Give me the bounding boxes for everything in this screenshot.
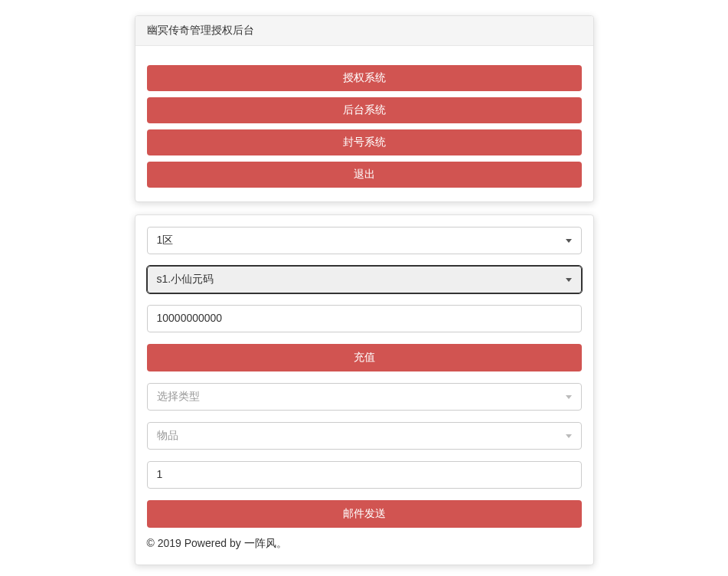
nav-backend-system-button[interactable]: 后台系统 — [147, 97, 582, 123]
footer-text: © 2019 Powered by 一阵风。 — [147, 534, 582, 551]
item-select-placeholder: 物品 — [157, 429, 178, 443]
zone-select-value: 1区 — [157, 234, 174, 247]
caret-down-icon — [566, 278, 572, 282]
nav-ban-system-button[interactable]: 封号系统 — [147, 129, 582, 155]
amount-input[interactable]: 10000000000 — [147, 305, 582, 332]
server-select[interactable]: s1.小仙元码 — [147, 266, 582, 293]
quantity-input[interactable]: 1 — [147, 461, 582, 489]
recharge-button[interactable]: 充值 — [147, 344, 582, 371]
caret-down-icon — [566, 239, 572, 243]
page-title: 幽冥传奇管理授权后台 — [135, 16, 593, 46]
zone-select[interactable]: 1区 — [147, 227, 582, 254]
caret-down-icon — [566, 434, 572, 438]
item-select[interactable]: 物品 — [147, 422, 582, 450]
nav-auth-system-button[interactable]: 授权系统 — [147, 65, 582, 91]
send-mail-button[interactable]: 邮件发送 — [147, 500, 582, 528]
type-select[interactable]: 选择类型 — [147, 383, 582, 411]
server-select-value: s1.小仙元码 — [157, 273, 214, 286]
form-panel: 1区 s1.小仙元码 10000000000 充值 选择类型 物品 1 邮件发送… — [135, 214, 594, 565]
type-select-placeholder: 选择类型 — [157, 390, 200, 404]
nav-panel: 幽冥传奇管理授权后台 授权系统 后台系统 封号系统 退出 — [135, 15, 594, 202]
nav-logout-button[interactable]: 退出 — [147, 162, 582, 188]
caret-down-icon — [566, 395, 572, 399]
